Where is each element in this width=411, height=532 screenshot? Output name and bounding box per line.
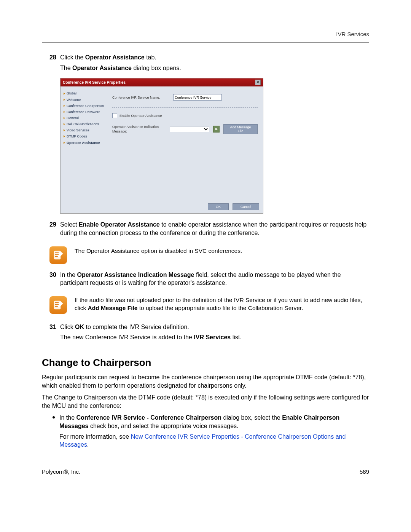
page-footer: Polycom®, Inc. 589 bbox=[42, 468, 369, 476]
step-30: 30 In the Operator Assistance Indication… bbox=[49, 271, 369, 289]
text: . bbox=[87, 441, 89, 448]
step-number: 29 bbox=[49, 220, 60, 239]
bold: Conference IVR Service - Conference Chai… bbox=[76, 414, 221, 421]
label: Global bbox=[67, 91, 76, 96]
dialog-titlebar: Conference IVR Service Properties ✕ bbox=[61, 78, 263, 86]
label: Roll Call/Notifications bbox=[67, 122, 99, 126]
text: Click bbox=[60, 324, 75, 330]
bold: Enable Operator Assistance bbox=[79, 221, 160, 228]
label: DTMF Codes bbox=[67, 134, 87, 139]
divider bbox=[112, 107, 258, 108]
paragraph: The Change to Chairperson via the DTMF c… bbox=[42, 393, 369, 410]
add-message-file-button[interactable]: Add Message File bbox=[223, 124, 258, 134]
label: General bbox=[67, 116, 79, 120]
label: Operator Assistance bbox=[67, 141, 100, 145]
cancel-button[interactable]: Cancel bbox=[233, 203, 259, 210]
bold: Add Message File bbox=[88, 305, 137, 311]
note-icon bbox=[49, 246, 67, 264]
nav-conf-password[interactable]: Conference Password bbox=[64, 109, 105, 115]
chevron-right-icon bbox=[64, 93, 65, 95]
footer-right: 589 bbox=[360, 468, 369, 476]
chevron-right-icon bbox=[64, 135, 65, 137]
note-box: If the audio file was not uploaded prior… bbox=[49, 296, 369, 314]
bold: IVR Services bbox=[194, 334, 231, 340]
enable-operator-assistance-checkbox[interactable] bbox=[112, 113, 117, 118]
text: In the bbox=[60, 272, 77, 278]
step-number: 30 bbox=[49, 271, 60, 289]
service-name-input[interactable] bbox=[173, 94, 222, 101]
text: Click the bbox=[60, 54, 85, 61]
header-rule bbox=[42, 42, 369, 43]
chevron-right-icon bbox=[64, 142, 65, 144]
text: tab. bbox=[145, 54, 156, 61]
dialog-nav: Global Welcome Conference Chairperson Co… bbox=[61, 86, 107, 201]
bold: Operator Assistance Indication Message bbox=[77, 272, 194, 278]
chevron-right-icon bbox=[64, 111, 65, 113]
text: Select bbox=[60, 221, 79, 228]
note-box: The Operator Assistance option is disabl… bbox=[49, 246, 369, 264]
text: check box, and select the appropriate vo… bbox=[89, 423, 239, 429]
section-heading: Change to Chairperson bbox=[42, 356, 369, 369]
note-text: If the audio file was not uploaded prior… bbox=[75, 296, 369, 312]
chevron-right-icon bbox=[64, 99, 65, 101]
chevron-right-icon bbox=[64, 117, 65, 119]
chevron-right-icon bbox=[64, 123, 65, 125]
step-28: 28 Click the Operator Assistance tab. Th… bbox=[49, 53, 369, 74]
running-header: IVR Services bbox=[42, 30, 369, 38]
nav-dtmf-codes[interactable]: DTMF Codes bbox=[64, 133, 105, 139]
dialog-main: Conference IVR Service Name: Enable Oper… bbox=[107, 86, 263, 201]
indication-message-label: Operator Assistance Indication Message: bbox=[112, 125, 166, 134]
text: In the bbox=[59, 414, 76, 421]
play-icon[interactable]: ▶ bbox=[213, 126, 220, 133]
nav-roll-call[interactable]: Roll Call/Notifications bbox=[64, 121, 105, 127]
indication-message-select[interactable] bbox=[170, 126, 209, 132]
nav-conf-chairperson[interactable]: Conference Chairperson bbox=[64, 103, 105, 109]
text: dialog box opens. bbox=[132, 65, 181, 71]
text: list. bbox=[231, 334, 241, 340]
bold: Operator Assistance bbox=[72, 65, 132, 71]
list-item: In the Conference IVR Service - Conferen… bbox=[53, 414, 369, 449]
paragraph: Regular participants can request to beco… bbox=[42, 373, 369, 390]
service-name-label: Conference IVR Service Name: bbox=[112, 95, 169, 100]
bold: Operator Assistance bbox=[85, 54, 145, 61]
step-number: 31 bbox=[49, 323, 60, 344]
nav-operator-assistance[interactable]: Operator Assistance bbox=[64, 140, 105, 146]
text: The new Conference IVR Service is added … bbox=[60, 334, 194, 340]
text: dialog box, select the bbox=[221, 414, 282, 421]
dialog-title: Conference IVR Service Properties bbox=[63, 80, 126, 85]
step-31: 31 Click OK to complete the IVR Service … bbox=[49, 323, 369, 344]
label: Welcome bbox=[67, 97, 81, 102]
footer-left: Polycom®, Inc. bbox=[42, 468, 80, 476]
nav-general[interactable]: General bbox=[64, 115, 105, 121]
text: to upload the appropriate audio file to … bbox=[137, 305, 303, 311]
chevron-right-icon bbox=[64, 105, 65, 107]
nav-welcome[interactable]: Welcome bbox=[64, 97, 105, 103]
label: Video Services bbox=[67, 128, 89, 133]
ok-button[interactable]: OK bbox=[208, 203, 229, 210]
text: The bbox=[60, 65, 72, 71]
bold: OK bbox=[75, 324, 84, 330]
dialog-screenshot: Conference IVR Service Properties ✕ Glob… bbox=[60, 78, 263, 214]
label: Conference Chairperson bbox=[67, 104, 104, 108]
text: to complete the IVR Service definition. bbox=[84, 324, 189, 330]
step-number: 28 bbox=[49, 53, 60, 74]
enable-operator-assistance-label: Enable Operator Assistance bbox=[119, 113, 162, 118]
nav-video-services[interactable]: Video Services bbox=[64, 127, 105, 133]
note-text: The Operator Assistance option is disabl… bbox=[75, 246, 369, 255]
chevron-right-icon bbox=[64, 129, 65, 131]
text: For more information, see bbox=[59, 433, 131, 440]
note-icon bbox=[49, 296, 67, 314]
step-29: 29 Select Enable Operator Assistance to … bbox=[49, 220, 369, 239]
label: Conference Password bbox=[67, 110, 100, 114]
nav-global[interactable]: Global bbox=[64, 90, 105, 96]
close-icon[interactable]: ✕ bbox=[255, 80, 261, 85]
